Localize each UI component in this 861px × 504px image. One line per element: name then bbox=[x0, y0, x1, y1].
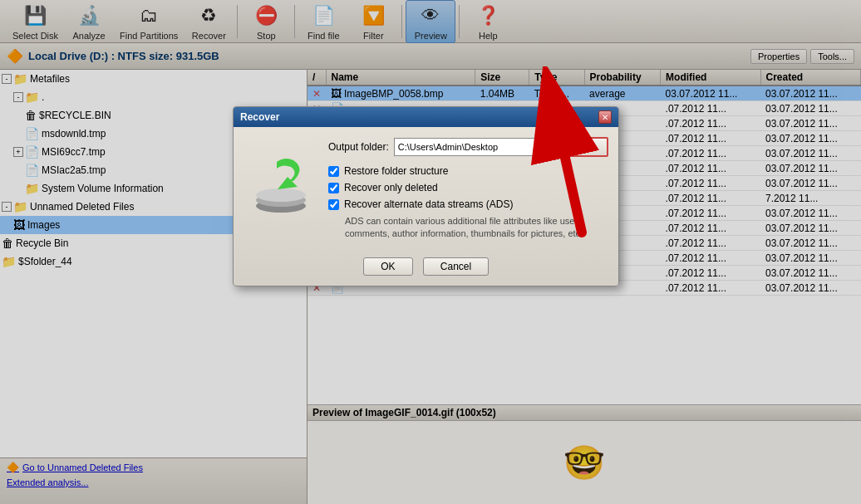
recover-deleted-checkbox-label: Recover only deleted bbox=[344, 182, 438, 193]
dialog-titlebar: Recover ✕ bbox=[234, 107, 618, 127]
dialog-footer: OK Cancel bbox=[234, 251, 618, 286]
recover-svg bbox=[248, 152, 314, 218]
output-folder-row: Output folder: Browse... bbox=[328, 137, 608, 157]
dialog-body: Output folder: Browse... Restore folder … bbox=[234, 127, 618, 251]
ads-checkbox-label: Recover alternate data streams (ADS) bbox=[344, 198, 513, 210]
restore-folder-checkbox-label: Restore folder structure bbox=[344, 165, 448, 177]
dialog-form: Output folder: Browse... Restore folder … bbox=[328, 137, 608, 241]
dialog-title: Recover bbox=[240, 111, 279, 123]
ads-checkbox[interactable] bbox=[328, 199, 339, 210]
recover-graphic bbox=[248, 152, 314, 226]
ok-button[interactable]: OK bbox=[363, 257, 413, 276]
ads-note: ADS can contain various additional file … bbox=[345, 215, 608, 241]
svg-point-2 bbox=[256, 188, 306, 202]
output-folder-label: Output folder: bbox=[328, 141, 389, 153]
restore-folder-row: Restore folder structure bbox=[328, 165, 608, 177]
modal-overlay: Recover ✕ bbox=[0, 0, 861, 504]
restore-folder-checkbox[interactable] bbox=[328, 166, 339, 177]
recover-deleted-row: Recover only deleted bbox=[328, 182, 608, 193]
dialog-close-button[interactable]: ✕ bbox=[598, 110, 612, 124]
dialog-icon-area bbox=[244, 137, 318, 241]
output-folder-input[interactable] bbox=[394, 138, 542, 156]
ads-row: Recover alternate data streams (ADS) bbox=[328, 198, 608, 210]
browse-button[interactable]: Browse... bbox=[547, 137, 608, 157]
recover-dialog: Recover ✕ bbox=[233, 106, 619, 286]
recover-deleted-checkbox[interactable] bbox=[328, 183, 339, 193]
cancel-button[interactable]: Cancel bbox=[423, 257, 489, 276]
